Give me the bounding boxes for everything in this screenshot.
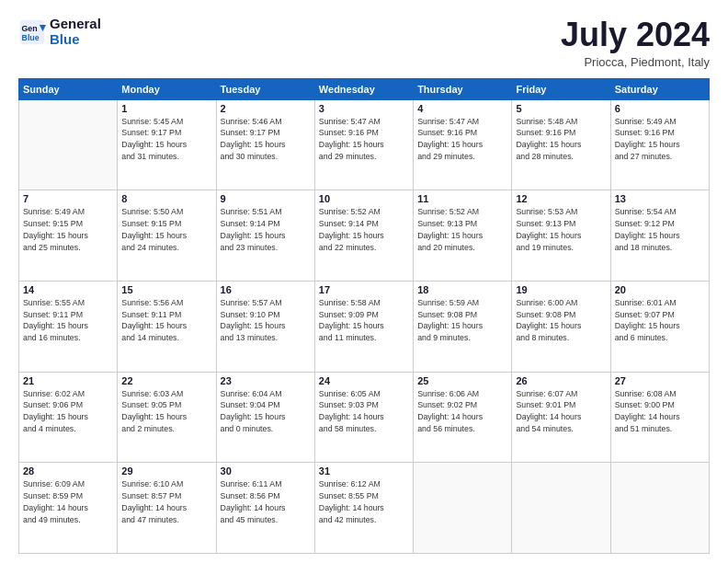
day-number: 27 [615, 375, 705, 386]
col-header-tuesday: Tuesday [216, 78, 314, 99]
day-info: Sunrise: 6:00 AM Sunset: 9:08 PM Dayligh… [516, 297, 606, 344]
day-info: Sunrise: 5:47 AM Sunset: 9:16 PM Dayligh… [417, 116, 507, 163]
calendar-day-11: 11Sunrise: 5:52 AM Sunset: 9:13 PM Dayli… [414, 190, 512, 282]
day-number: 3 [319, 103, 409, 114]
calendar-empty [414, 463, 512, 554]
day-info: Sunrise: 5:52 AM Sunset: 9:14 PM Dayligh… [319, 206, 409, 253]
day-number: 23 [221, 375, 311, 386]
day-info: Sunrise: 6:09 AM Sunset: 8:59 PM Dayligh… [23, 478, 113, 525]
day-number: 6 [615, 103, 705, 114]
day-number: 15 [121, 284, 211, 295]
calendar-day-17: 17Sunrise: 5:58 AM Sunset: 9:09 PM Dayli… [314, 281, 413, 372]
logo-line1: General [50, 16, 101, 31]
col-header-thursday: Thursday [414, 78, 512, 99]
day-number: 1 [121, 103, 211, 114]
day-number: 31 [319, 465, 409, 477]
day-number: 26 [516, 375, 606, 386]
day-info: Sunrise: 6:12 AM Sunset: 8:55 PM Dayligh… [319, 478, 409, 525]
calendar-day-31: 31Sunrise: 6:12 AM Sunset: 8:55 PM Dayli… [314, 463, 413, 554]
day-info: Sunrise: 5:53 AM Sunset: 9:13 PM Dayligh… [516, 206, 606, 253]
day-number: 30 [221, 465, 311, 477]
day-number: 21 [23, 375, 113, 386]
day-number: 17 [319, 284, 409, 295]
calendar-day-30: 30Sunrise: 6:11 AM Sunset: 8:56 PM Dayli… [216, 463, 314, 554]
day-number: 5 [516, 103, 606, 114]
day-number: 28 [23, 465, 113, 477]
calendar-day-3: 3Sunrise: 5:47 AM Sunset: 9:16 PM Daylig… [314, 99, 413, 190]
calendar-day-10: 10Sunrise: 5:52 AM Sunset: 9:14 PM Dayli… [314, 190, 413, 282]
header: Gen Blue General Blue July 2024 Priocca,… [18, 17, 710, 69]
day-number: 14 [23, 284, 113, 295]
day-info: Sunrise: 5:54 AM Sunset: 9:12 PM Dayligh… [615, 206, 705, 253]
day-number: 4 [417, 103, 507, 114]
logo-text: General Blue [50, 17, 101, 47]
day-info: Sunrise: 6:08 AM Sunset: 9:00 PM Dayligh… [615, 388, 705, 435]
day-info: Sunrise: 5:56 AM Sunset: 9:11 PM Dayligh… [121, 297, 211, 344]
day-info: Sunrise: 6:11 AM Sunset: 8:56 PM Dayligh… [221, 478, 311, 525]
day-info: Sunrise: 5:58 AM Sunset: 9:09 PM Dayligh… [319, 297, 409, 344]
calendar-day-9: 9Sunrise: 5:51 AM Sunset: 9:14 PM Daylig… [216, 190, 314, 282]
calendar-week-4: 21Sunrise: 6:02 AM Sunset: 9:06 PM Dayli… [19, 372, 710, 463]
day-info: Sunrise: 5:51 AM Sunset: 9:14 PM Dayligh… [221, 206, 311, 253]
col-header-wednesday: Wednesday [314, 78, 413, 99]
day-info: Sunrise: 5:48 AM Sunset: 9:16 PM Dayligh… [516, 116, 606, 163]
calendar-day-8: 8Sunrise: 5:50 AM Sunset: 9:15 PM Daylig… [118, 190, 216, 282]
calendar-empty [512, 463, 610, 554]
calendar-week-2: 7Sunrise: 5:49 AM Sunset: 9:15 PM Daylig… [19, 190, 710, 282]
calendar-empty [19, 99, 118, 190]
day-info: Sunrise: 5:45 AM Sunset: 9:17 PM Dayligh… [121, 116, 211, 163]
day-number: 25 [417, 375, 507, 386]
logo-icon: Gen Blue [18, 18, 46, 46]
day-info: Sunrise: 6:03 AM Sunset: 9:05 PM Dayligh… [121, 388, 211, 435]
day-info: Sunrise: 5:55 AM Sunset: 9:11 PM Dayligh… [23, 297, 113, 344]
day-number: 2 [221, 103, 311, 114]
day-info: Sunrise: 6:02 AM Sunset: 9:06 PM Dayligh… [23, 388, 113, 435]
calendar-day-19: 19Sunrise: 6:00 AM Sunset: 9:08 PM Dayli… [512, 281, 610, 372]
calendar-day-7: 7Sunrise: 5:49 AM Sunset: 9:15 PM Daylig… [19, 190, 118, 282]
day-number: 10 [319, 193, 409, 204]
day-info: Sunrise: 6:07 AM Sunset: 9:01 PM Dayligh… [516, 388, 606, 435]
calendar-day-21: 21Sunrise: 6:02 AM Sunset: 9:06 PM Dayli… [19, 372, 118, 463]
calendar-empty [610, 463, 709, 554]
day-info: Sunrise: 6:05 AM Sunset: 9:03 PM Dayligh… [319, 388, 409, 435]
day-info: Sunrise: 5:49 AM Sunset: 9:15 PM Dayligh… [23, 206, 113, 253]
calendar-week-3: 14Sunrise: 5:55 AM Sunset: 9:11 PM Dayli… [19, 281, 710, 372]
col-header-friday: Friday [512, 78, 610, 99]
col-header-sunday: Sunday [19, 78, 118, 99]
location: Priocca, Piedmont, Italy [561, 55, 710, 69]
calendar-day-16: 16Sunrise: 5:57 AM Sunset: 9:10 PM Dayli… [216, 281, 314, 372]
calendar-day-6: 6Sunrise: 5:49 AM Sunset: 9:16 PM Daylig… [610, 99, 709, 190]
logo-line2: Blue [50, 31, 80, 47]
day-number: 20 [615, 284, 705, 295]
col-header-monday: Monday [118, 78, 216, 99]
day-number: 19 [516, 284, 606, 295]
calendar-day-5: 5Sunrise: 5:48 AM Sunset: 9:16 PM Daylig… [512, 99, 610, 190]
day-info: Sunrise: 5:47 AM Sunset: 9:16 PM Dayligh… [319, 116, 409, 163]
day-number: 16 [221, 284, 311, 295]
svg-text:Gen: Gen [22, 24, 38, 33]
calendar-page: Gen Blue General Blue July 2024 Priocca,… [0, 0, 728, 563]
day-info: Sunrise: 5:59 AM Sunset: 9:08 PM Dayligh… [417, 297, 507, 344]
calendar-day-29: 29Sunrise: 6:10 AM Sunset: 8:57 PM Dayli… [118, 463, 216, 554]
day-number: 8 [121, 193, 211, 204]
calendar-day-23: 23Sunrise: 6:04 AM Sunset: 9:04 PM Dayli… [216, 372, 314, 463]
col-header-saturday: Saturday [610, 78, 709, 99]
day-info: Sunrise: 5:49 AM Sunset: 9:16 PM Dayligh… [615, 116, 705, 163]
calendar-day-15: 15Sunrise: 5:56 AM Sunset: 9:11 PM Dayli… [118, 281, 216, 372]
day-info: Sunrise: 6:04 AM Sunset: 9:04 PM Dayligh… [221, 388, 311, 435]
day-number: 24 [319, 375, 409, 386]
calendar-day-27: 27Sunrise: 6:08 AM Sunset: 9:00 PM Dayli… [610, 372, 709, 463]
calendar-table: SundayMondayTuesdayWednesdayThursdayFrid… [18, 78, 710, 554]
calendar-day-18: 18Sunrise: 5:59 AM Sunset: 9:08 PM Dayli… [414, 281, 512, 372]
calendar-header-row: SundayMondayTuesdayWednesdayThursdayFrid… [19, 78, 710, 99]
day-number: 12 [516, 193, 606, 204]
calendar-day-24: 24Sunrise: 6:05 AM Sunset: 9:03 PM Dayli… [314, 372, 413, 463]
month-year: July 2024 [561, 17, 710, 53]
calendar-week-1: 1Sunrise: 5:45 AM Sunset: 9:17 PM Daylig… [19, 99, 710, 190]
day-info: Sunrise: 6:01 AM Sunset: 9:07 PM Dayligh… [615, 297, 705, 344]
day-number: 9 [221, 193, 311, 204]
day-info: Sunrise: 5:46 AM Sunset: 9:17 PM Dayligh… [221, 116, 311, 163]
calendar-day-25: 25Sunrise: 6:06 AM Sunset: 9:02 PM Dayli… [414, 372, 512, 463]
day-info: Sunrise: 5:50 AM Sunset: 9:15 PM Dayligh… [121, 206, 211, 253]
day-number: 22 [121, 375, 211, 386]
